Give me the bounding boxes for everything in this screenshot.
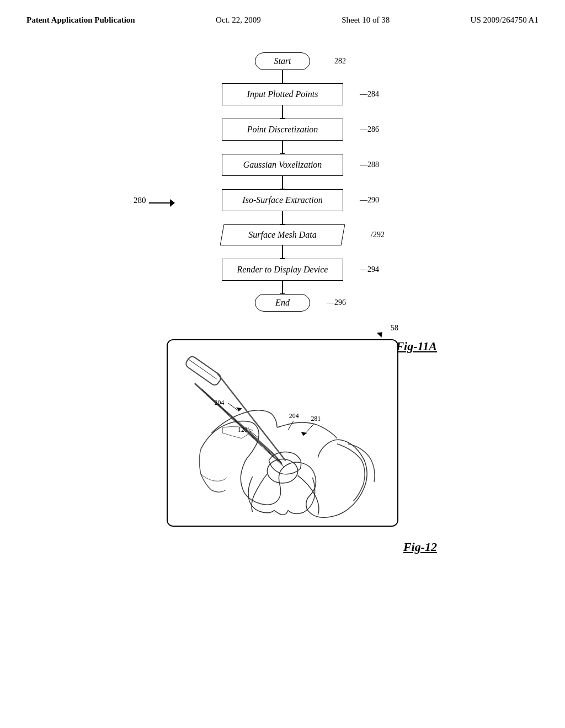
node-gaussian: Gaussian Voxelization —288 xyxy=(222,154,343,176)
flowchart-mesh-row: Surface Mesh Data /292 xyxy=(145,224,420,259)
publication-date: Oct. 22, 2009 xyxy=(216,15,261,25)
iso-rect: Iso-Surface Extraction xyxy=(222,189,343,211)
illustration-box: 204 120' 204 281 xyxy=(167,339,398,527)
node-mesh: Surface Mesh Data /292 xyxy=(222,224,343,245)
end-label: End xyxy=(275,298,290,307)
fig-12-label: Fig-12 xyxy=(403,540,437,554)
ref-288: —288 xyxy=(360,160,379,169)
input-rect: Input Plotted Points xyxy=(222,83,343,105)
arrow-5 xyxy=(282,245,283,259)
flowchart-input-row: Input Plotted Points —284 xyxy=(145,83,420,119)
flowchart-end-row: End —296 xyxy=(145,294,420,312)
node-end: End —296 xyxy=(255,294,310,312)
arrow-58 xyxy=(377,330,385,338)
ref-282: 282 xyxy=(334,57,346,66)
pointdisc-rect: Point Discretization xyxy=(222,119,343,141)
svg-text:204: 204 xyxy=(289,412,299,420)
flowchart-iso-row: Iso-Surface Extraction —290 xyxy=(145,189,420,224)
pointdisc-label: Point Discretization xyxy=(247,125,318,134)
main-content: 280 Start 282 Input Plotted Points xyxy=(0,25,565,527)
arrow-2 xyxy=(282,141,283,154)
ref-286: —286 xyxy=(360,125,379,134)
mesh-parallelogram: Surface Mesh Data xyxy=(222,224,343,245)
node-start: Start 282 xyxy=(255,52,310,70)
end-oval: End xyxy=(255,294,310,312)
ref-296: —296 xyxy=(327,298,346,307)
flowchart-section: 280 Start 282 Input Plotted Points xyxy=(117,52,448,312)
flowchart: Start 282 Input Plotted Points —284 xyxy=(145,52,420,312)
iso-label: Iso-Surface Extraction xyxy=(242,195,322,205)
gaussian-label: Gaussian Voxelization xyxy=(243,160,322,169)
sheet-number: Sheet 10 of 38 xyxy=(342,15,390,25)
flowchart-gaussian-row: Gaussian Voxelization —288 xyxy=(145,154,420,189)
svg-rect-0 xyxy=(168,340,397,526)
input-label: Input Plotted Points xyxy=(247,89,318,99)
node-render: Render to Display Device —294 xyxy=(222,259,343,281)
start-oval: Start xyxy=(255,52,310,70)
start-label: Start xyxy=(274,56,291,66)
anatomy-illustration: 204 120' 204 281 xyxy=(168,340,397,526)
render-rect: Render to Display Device xyxy=(222,259,343,281)
svg-text:204: 204 xyxy=(214,399,224,406)
arrow-0 xyxy=(282,70,283,83)
page-header: Patent Application Publication Oct. 22, … xyxy=(0,0,565,25)
arrow-1 xyxy=(282,105,283,119)
label-58: 58 xyxy=(391,324,398,333)
render-label: Render to Display Device xyxy=(237,265,328,274)
arrow-3 xyxy=(282,176,283,189)
gaussian-rect: Gaussian Voxelization xyxy=(222,154,343,176)
node-pointdisc: Point Discretization —286 xyxy=(222,119,343,141)
svg-text:120': 120' xyxy=(238,426,249,433)
ref-290: —290 xyxy=(360,196,379,205)
node-input: Input Plotted Points —284 xyxy=(222,83,343,105)
patent-number: US 2009/264750 A1 xyxy=(471,15,539,25)
flowchart-start-row: Start 282 xyxy=(145,52,420,83)
ref-284: —284 xyxy=(360,90,379,99)
publication-title: Patent Application Publication xyxy=(26,15,135,25)
ref-292: /292 xyxy=(371,231,385,239)
flowchart-render-row: Render to Display Device —294 xyxy=(145,259,420,294)
svg-text:281: 281 xyxy=(311,415,321,422)
mesh-label: Surface Mesh Data xyxy=(248,230,317,239)
flowchart-pointdisc-row: Point Discretization —286 xyxy=(145,119,420,154)
ref-294: —294 xyxy=(360,265,379,274)
node-iso: Iso-Surface Extraction —290 xyxy=(222,189,343,211)
arrow-4 xyxy=(282,211,283,224)
arrow-6 xyxy=(282,281,283,294)
illustration-section: 58 xyxy=(117,339,448,527)
